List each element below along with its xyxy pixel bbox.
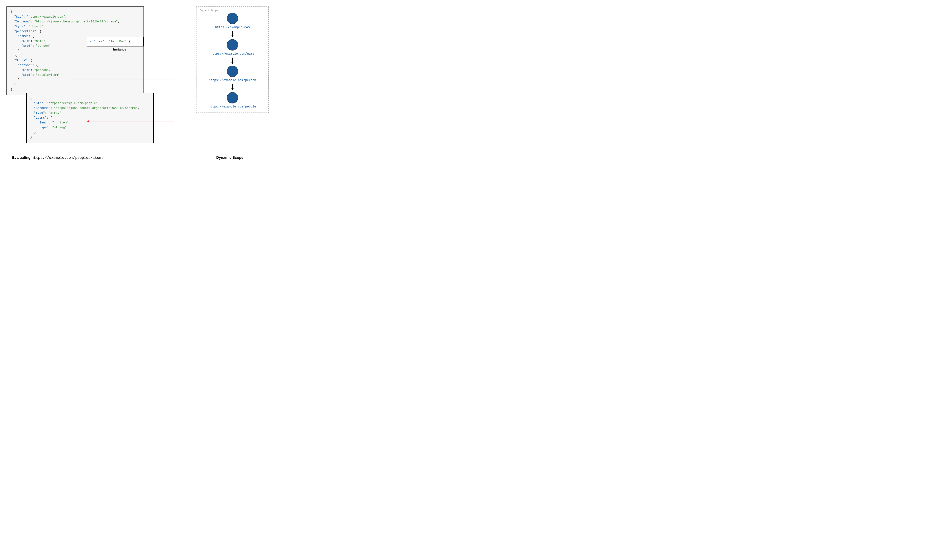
- scope-node-url: https://example.com/people: [209, 105, 256, 108]
- dynamic-scope-title: Dynamic Scope: [200, 9, 265, 12]
- down-arrow-icon: [232, 84, 232, 90]
- down-arrow-icon: [232, 31, 232, 37]
- dynamic-scope-panel: Dynamic Scope https://example.comhttps:/…: [196, 6, 269, 113]
- scope-node-url: https://example.com: [215, 26, 249, 29]
- evaluating-caption: Evaluating https://example.com/people#/i…: [12, 155, 104, 160]
- scope-node-circle: [227, 39, 238, 51]
- scope-node-circle: [227, 66, 238, 77]
- schema-people-code: { "$id": "https://example.com/people", "…: [26, 93, 154, 143]
- scope-node-url: https://example.com/person: [209, 78, 256, 82]
- instance-label: Instance: [113, 48, 126, 51]
- scope-node-circle: [227, 13, 238, 24]
- scope-node-url: https://example.com/name: [211, 52, 254, 55]
- dynamic-scope-caption: Dynamic Scope: [216, 155, 243, 160]
- scope-node-circle: [227, 92, 238, 103]
- evaluating-caption-bold: Evaluating: [12, 155, 32, 160]
- instance-code: { "name": "John Doe" }: [87, 37, 143, 46]
- down-arrow-icon: [232, 58, 232, 64]
- evaluating-caption-url: https://example.com/people#/items: [32, 156, 103, 160]
- dynamic-scope-caption-text: Dynamic Scope: [216, 155, 243, 160]
